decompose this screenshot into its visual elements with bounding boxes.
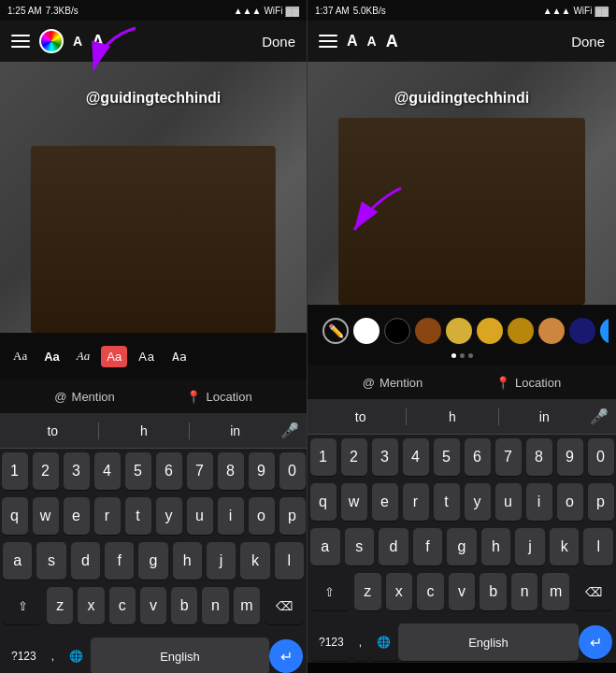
r-key-q[interactable]: q	[310, 483, 337, 521]
left-suggestion-2[interactable]: in	[190, 418, 280, 444]
key-u[interactable]: u	[187, 497, 213, 535]
r-key-k[interactable]: k	[550, 528, 580, 566]
swatch-gold2[interactable]	[477, 318, 503, 344]
r-key-9[interactable]: 9	[557, 438, 583, 476]
right-globe-key[interactable]: 🌐	[369, 623, 398, 661]
r-key-3[interactable]: 3	[372, 438, 398, 476]
right-space-key[interactable]: English	[398, 623, 579, 661]
left-enter-key[interactable]: ↵	[269, 639, 303, 673]
right-enter-key[interactable]: ↵	[579, 625, 612, 659]
key-h[interactable]: h	[173, 542, 202, 580]
key-j[interactable]: j	[207, 542, 236, 580]
r-key-v[interactable]: v	[449, 573, 476, 610]
r-key-j[interactable]: j	[515, 528, 545, 566]
right-backspace-key[interactable]: ⌫	[574, 573, 613, 610]
r-key-t[interactable]: t	[434, 483, 460, 521]
key-f[interactable]: f	[105, 542, 134, 580]
left-num-key[interactable]: ?123	[4, 637, 44, 673]
left-mention-button[interactable]: @ Mention	[54, 390, 114, 404]
right-hamburger-icon[interactable]	[319, 35, 337, 48]
r-key-d[interactable]: d	[379, 528, 408, 566]
key-5[interactable]: 5	[125, 452, 151, 490]
right-suggestion-1[interactable]: h	[407, 404, 497, 430]
right-suggestion-2[interactable]: in	[499, 404, 590, 430]
r-key-7[interactable]: 7	[495, 438, 522, 476]
right-mic-button[interactable]: 🎤	[590, 408, 609, 425]
key-w[interactable]: w	[33, 497, 59, 535]
swatch-gold3[interactable]	[508, 318, 534, 344]
key-c[interactable]: c	[109, 587, 136, 624]
key-n[interactable]: n	[202, 587, 228, 624]
key-4[interactable]: 4	[94, 452, 121, 490]
r-key-x[interactable]: x	[386, 573, 413, 610]
key-y[interactable]: y	[156, 497, 182, 535]
right-location-button[interactable]: 📍 Location	[495, 376, 561, 390]
r-key-2[interactable]: 2	[341, 438, 367, 476]
right-back-nav[interactable]: ◀	[347, 666, 371, 673]
r-key-w[interactable]: w	[341, 483, 367, 521]
r-key-e[interactable]: e	[372, 483, 398, 521]
r-key-n[interactable]: n	[511, 573, 538, 610]
key-r[interactable]: r	[94, 497, 121, 535]
r-key-m[interactable]: m	[542, 573, 569, 610]
left-backspace-key[interactable]: ⌫	[265, 587, 304, 624]
key-1[interactable]: 1	[2, 452, 28, 490]
r-key-h[interactable]: h	[481, 528, 511, 566]
left-space-key[interactable]: English	[91, 637, 269, 673]
key-3[interactable]: 3	[64, 452, 90, 490]
r-key-6[interactable]: 6	[465, 438, 491, 476]
key-e[interactable]: e	[64, 497, 90, 535]
key-q[interactable]: q	[2, 497, 28, 535]
r-key-r[interactable]: r	[403, 483, 429, 521]
swatch-gold1[interactable]	[446, 318, 472, 344]
r-key-0[interactable]: 0	[588, 438, 614, 476]
key-g[interactable]: g	[138, 542, 167, 580]
r-key-s[interactable]: s	[345, 528, 375, 566]
left-mic-button[interactable]: 🎤	[280, 422, 299, 439]
right-num-key[interactable]: ?123	[311, 623, 351, 661]
key-6[interactable]: 6	[156, 452, 182, 490]
key-b[interactable]: b	[171, 587, 197, 624]
color-wheel-icon[interactable]	[39, 29, 64, 53]
right-shift-key[interactable]: ⇧	[310, 573, 350, 610]
right-comma-key[interactable]: ,	[351, 623, 369, 661]
key-0[interactable]: 0	[279, 452, 306, 490]
key-k[interactable]: k	[240, 542, 269, 580]
r-key-c[interactable]: c	[417, 573, 444, 610]
right-text-size-small[interactable]: A	[367, 34, 377, 49]
r-key-i[interactable]: i	[526, 483, 552, 521]
key-d[interactable]: d	[71, 542, 100, 580]
font-option-0[interactable]: Aa	[7, 345, 33, 367]
r-key-5[interactable]: 5	[434, 438, 460, 476]
r-key-a[interactable]: a	[310, 528, 340, 566]
swatch-white[interactable]	[353, 318, 380, 344]
r-key-1[interactable]: 1	[310, 438, 337, 476]
key-9[interactable]: 9	[249, 452, 275, 490]
key-2[interactable]: 2	[33, 452, 59, 490]
left-shift-key[interactable]: ⇧	[3, 587, 42, 624]
font-option-5[interactable]: Aa	[166, 346, 193, 367]
r-key-o[interactable]: o	[557, 483, 583, 521]
swatch-peru[interactable]	[538, 318, 565, 344]
key-t[interactable]: t	[125, 497, 151, 535]
swatch-blue1[interactable]	[600, 318, 609, 344]
left-suggestion-0[interactable]: to	[7, 418, 98, 444]
key-a[interactable]: a	[3, 542, 32, 580]
font-option-4[interactable]: Aa	[133, 346, 161, 367]
left-done-button[interactable]: Done	[262, 34, 295, 50]
swatch-brown[interactable]	[415, 318, 441, 344]
right-recents-nav[interactable]: ▼	[549, 666, 577, 674]
key-p[interactable]: p	[279, 497, 306, 535]
r-key-y[interactable]: y	[465, 483, 491, 521]
r-key-4[interactable]: 4	[403, 438, 429, 476]
swatch-navy[interactable]	[569, 318, 595, 344]
key-s[interactable]: s	[36, 542, 65, 580]
r-key-l[interactable]: l	[583, 528, 613, 566]
r-key-8[interactable]: 8	[526, 438, 552, 476]
key-v[interactable]: v	[140, 587, 166, 624]
font-option-1[interactable]: Aa	[38, 346, 65, 367]
key-x[interactable]: x	[78, 587, 104, 624]
r-key-z[interactable]: z	[354, 573, 381, 610]
r-key-f[interactable]: f	[413, 528, 443, 566]
r-key-p[interactable]: p	[588, 483, 614, 521]
